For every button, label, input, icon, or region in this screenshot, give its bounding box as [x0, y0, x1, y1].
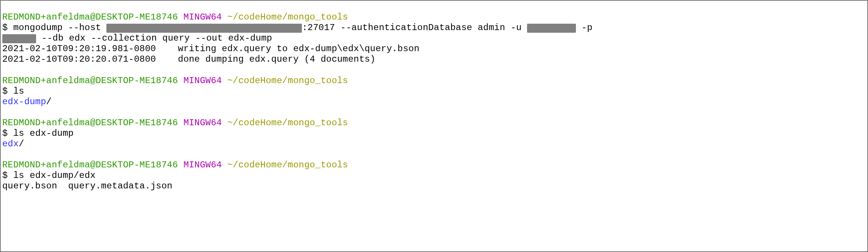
output-line-1: 2021-02-10T09:20:19.981-0800 writing edx… [2, 44, 420, 54]
redacted-user [527, 24, 576, 33]
prompt-dollar: $ [2, 23, 13, 33]
cmd3: ls edx-dump [13, 128, 74, 138]
prompt-user: REDMOND+anfeldma@DESKTOP-ME18746 [2, 160, 178, 170]
prompt-env: MINGW64 [183, 12, 222, 22]
prompt-user: REDMOND+anfeldma@DESKTOP-ME18746 [2, 76, 178, 86]
terminal-window[interactable]: REDMOND+anfeldma@DESKTOP-ME18746 MINGW64… [0, 0, 868, 252]
prompt-dollar: $ [2, 128, 13, 138]
cmd2: ls [13, 86, 24, 96]
prompt-user: REDMOND+anfeldma@DESKTOP-ME18746 [2, 12, 178, 22]
ls-output-slash: / [46, 97, 52, 107]
redacted-host [106, 24, 302, 33]
prompt-dollar: $ [2, 86, 13, 96]
ls-output-slash: / [19, 139, 24, 149]
prompt-user: REDMOND+anfeldma@DESKTOP-ME18746 [2, 118, 178, 128]
cmd4: ls edx-dump/edx [13, 170, 95, 181]
cmd1-part-d: --db edx --collection query --out edx-du… [36, 33, 272, 43]
prompt-path: ~/codeHome/mongo_tools [227, 12, 348, 22]
prompt-path: ~/codeHome/mongo_tools [227, 160, 348, 170]
cmd1-part-c: -p [576, 23, 592, 33]
prompt-dollar: $ [2, 170, 13, 181]
ls-output-dir: edx [2, 139, 19, 149]
prompt-env: MINGW64 [183, 76, 222, 86]
cmd1-part-b: :27017 --authenticationDatabase admin -u [302, 23, 527, 33]
ls-output-dir: edx-dump [2, 97, 46, 107]
output-line-2: 2021-02-10T09:20:20.071-0800 done dumpin… [2, 54, 376, 64]
prompt-env: MINGW64 [183, 118, 222, 128]
redacted-password [2, 34, 36, 43]
ls-output-files: query.bson query.metadata.json [2, 181, 173, 191]
prompt-env: MINGW64 [183, 160, 222, 170]
prompt-path: ~/codeHome/mongo_tools [227, 76, 348, 86]
prompt-path: ~/codeHome/mongo_tools [227, 118, 348, 128]
cmd1-part-a: mongodump --host [13, 23, 106, 33]
